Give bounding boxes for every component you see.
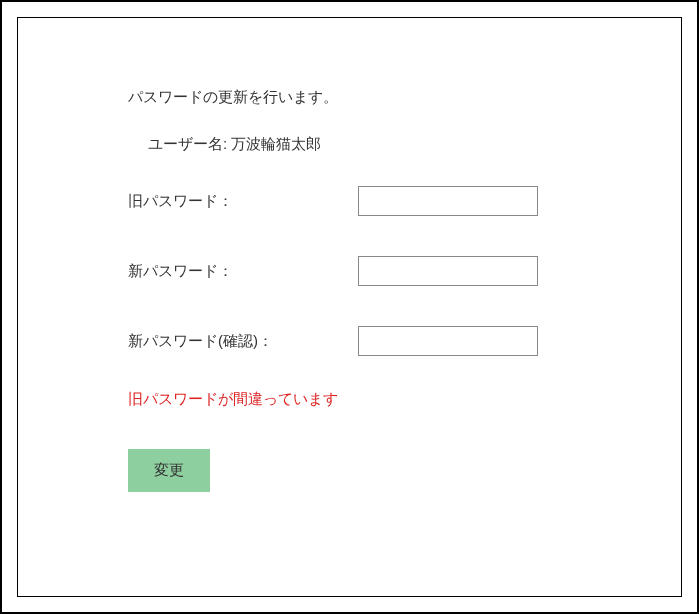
username-label: ユーザー名: — [148, 135, 227, 152]
error-message: 旧パスワードが間違っています — [128, 390, 571, 409]
new-password-confirm-label: 新パスワード(確認)： — [128, 332, 358, 351]
old-password-row: 旧パスワード： — [128, 186, 571, 216]
new-password-row: 新パスワード： — [128, 256, 571, 286]
new-password-confirm-row: 新パスワード(確認)： — [128, 326, 571, 356]
new-password-confirm-input[interactable] — [358, 326, 538, 356]
content-panel: パスワードの更新を行います。 ユーザー名: 万波輪猫太郎 旧パスワード： 新パス… — [17, 17, 682, 597]
page-title: パスワードの更新を行います。 — [128, 88, 571, 107]
username-display: ユーザー名: 万波輪猫太郎 — [128, 135, 571, 154]
new-password-input[interactable] — [358, 256, 538, 286]
username-value: 万波輪猫太郎 — [231, 135, 321, 152]
old-password-label: 旧パスワード： — [128, 192, 358, 211]
old-password-input[interactable] — [358, 186, 538, 216]
window-frame: パスワードの更新を行います。 ユーザー名: 万波輪猫太郎 旧パスワード： 新パス… — [0, 0, 699, 614]
change-button[interactable]: 変更 — [128, 449, 210, 492]
new-password-label: 新パスワード： — [128, 262, 358, 281]
